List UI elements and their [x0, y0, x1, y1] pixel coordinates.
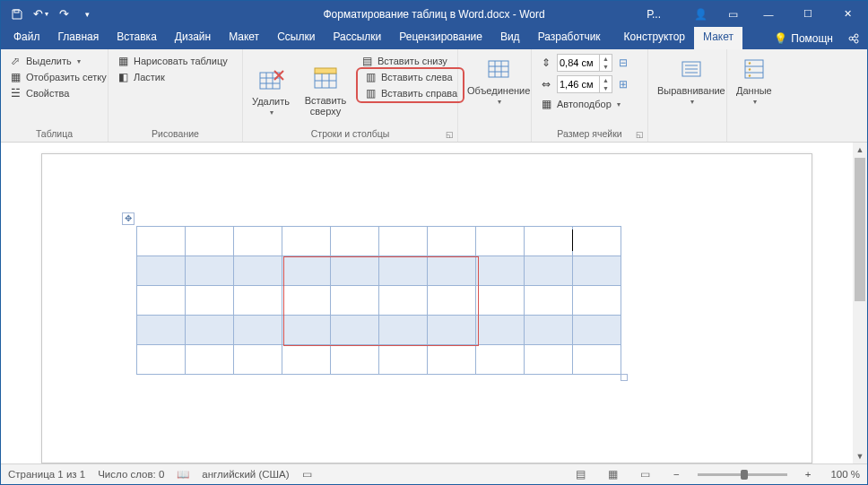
document-area[interactable]: ✥ — [1, 143, 853, 463]
eraser-icon: ◧ — [116, 70, 130, 84]
tell-me[interactable]: 💡Помощн — [767, 32, 840, 45]
tab-home[interactable]: Главная — [49, 27, 108, 49]
scroll-down-icon[interactable]: ▼ — [853, 449, 867, 463]
tell-me-label: Помощн — [791, 32, 833, 45]
zoom-slider[interactable] — [698, 473, 787, 476]
ribbon-display-icon[interactable]: ▭ — [716, 1, 749, 27]
data-button[interactable]: Данные▾ — [731, 53, 777, 108]
save-icon[interactable] — [6, 4, 28, 25]
tab-references[interactable]: Ссылки — [268, 27, 324, 49]
tutorial-highlight: ▥Вставить слева ▥Вставить справа — [356, 67, 464, 103]
page[interactable]: ✥ — [41, 153, 812, 463]
zoom-in-icon[interactable]: + — [805, 469, 812, 480]
draw-table-button[interactable]: ▦Нарисовать таблицу — [112, 53, 231, 69]
word-count[interactable]: Число слов: 0 — [98, 469, 164, 480]
svg-rect-6 — [315, 68, 336, 74]
dialog-launcher-icon[interactable]: ◱ — [636, 130, 644, 139]
view-gridlines-button[interactable]: ▦Отобразить сетку — [4, 69, 110, 85]
merge-button[interactable]: Объединение▾ — [462, 53, 535, 108]
cursor-icon: ⬀ — [8, 54, 22, 68]
svg-rect-9 — [745, 60, 763, 78]
share-button[interactable] — [840, 32, 867, 45]
lightbulb-icon: 💡 — [774, 32, 787, 45]
delete-button[interactable]: Удалить▾ — [247, 53, 295, 128]
undo-icon[interactable]: ↶▾ — [30, 4, 51, 25]
tab-design[interactable]: Дизайн — [166, 27, 220, 49]
titlebar: ↶▾ ↷ ▾ Форматирование таблиц в Word.docx… — [1, 1, 867, 27]
redo-icon[interactable]: ↷ — [53, 4, 74, 25]
svg-point-2 — [855, 34, 858, 38]
col-width-input[interactable]: ▲▼ — [557, 75, 612, 93]
contextual-tab-label: Р... — [647, 8, 661, 21]
properties-button[interactable]: ☱Свойства — [4, 85, 110, 101]
svg-rect-4 — [260, 73, 280, 89]
table-move-handle[interactable]: ✥ — [122, 212, 135, 225]
window-title: Форматирование таблиц в Word.docx - Word — [323, 8, 544, 21]
row-height: ⇕ ▲▼ ⊟ — [535, 53, 634, 73]
tab-table-layout[interactable]: Макет — [694, 27, 742, 49]
maximize-button[interactable]: ☐ — [788, 1, 828, 27]
tab-table-design[interactable]: Конструктор — [615, 27, 694, 49]
delete-table-icon — [256, 65, 285, 94]
scroll-thumb[interactable] — [855, 158, 865, 301]
distribute-rows-icon[interactable]: ⊟ — [616, 56, 630, 70]
insert-right-button[interactable]: ▥Вставить справа — [360, 85, 461, 101]
text-cursor — [572, 230, 573, 251]
eraser-button[interactable]: ◧Ластик — [112, 69, 231, 85]
alignment-button[interactable]: Выравнивание▾ — [652, 53, 731, 108]
autofit-icon: ▦ — [539, 97, 553, 111]
read-mode-icon[interactable]: ▤ — [571, 466, 591, 482]
qat-customize-icon[interactable]: ▾ — [76, 4, 98, 25]
tab-developer[interactable]: Разработчик — [529, 27, 610, 49]
tab-review[interactable]: Рецензирование — [390, 27, 491, 49]
insert-above-icon — [311, 65, 340, 93]
col-width: ⇔ ▲▼ ⊞ — [535, 74, 634, 94]
group-table-label: Таблица — [4, 128, 104, 140]
account-icon[interactable]: 👤 — [684, 1, 716, 27]
close-button[interactable]: ✕ — [828, 1, 867, 27]
svg-rect-0 — [14, 10, 19, 13]
tab-mailings[interactable]: Рассылки — [324, 27, 390, 49]
distribute-cols-icon[interactable]: ⊞ — [616, 77, 630, 91]
pencil-table-icon: ▦ — [116, 54, 130, 68]
row-height-input[interactable]: ▲▼ — [557, 54, 612, 72]
group-draw-label: Рисование — [112, 128, 239, 140]
minimize-button[interactable]: — — [749, 1, 788, 27]
select-button[interactable]: ⬀Выделить▾ — [4, 53, 110, 69]
merge-icon — [484, 55, 513, 83]
autofit-button[interactable]: ▦Автоподбор▾ — [535, 96, 634, 112]
insert-left-button[interactable]: ▥Вставить слева — [360, 69, 461, 85]
data-icon — [740, 55, 768, 83]
scroll-up-icon[interactable]: ▲ — [853, 143, 867, 157]
svg-rect-7 — [489, 61, 508, 77]
macro-icon[interactable]: ▭ — [302, 468, 312, 481]
tab-insert[interactable]: Вставка — [108, 27, 166, 49]
insert-left-icon: ▥ — [363, 70, 378, 84]
tab-view[interactable]: Вид — [491, 27, 529, 49]
table-resize-handle[interactable] — [621, 374, 628, 381]
document-table[interactable] — [136, 226, 621, 375]
svg-point-3 — [855, 39, 858, 43]
alignment-icon — [677, 55, 706, 83]
dialog-launcher-icon[interactable]: ◱ — [446, 130, 454, 139]
page-status[interactable]: Страница 1 из 1 — [8, 469, 85, 480]
ribbon-tabs: Файл Главная Вставка Дизайн Макет Ссылки… — [1, 27, 867, 49]
web-layout-icon[interactable]: ▭ — [636, 466, 655, 482]
insert-below-icon: ▤ — [360, 54, 374, 68]
group-rows-cols-label: Строки и столбцы◱ — [247, 128, 454, 140]
group-cell-size-label: Размер ячейки◱ — [535, 128, 644, 140]
zoom-level[interactable]: 100 % — [830, 469, 860, 480]
vertical-scrollbar[interactable]: ▲ ▼ — [853, 143, 867, 463]
tab-layout[interactable]: Макет — [220, 27, 268, 49]
properties-icon: ☱ — [8, 86, 22, 100]
zoom-out-icon[interactable]: − — [673, 469, 680, 480]
row-height-icon: ⇕ — [539, 56, 553, 70]
insert-above-button[interactable]: Вставить сверху — [297, 53, 354, 128]
insert-right-icon: ▥ — [363, 86, 378, 100]
ribbon: ⬀Выделить▾ ▦Отобразить сетку ☱Свойства Т… — [1, 49, 867, 143]
print-layout-icon[interactable]: ▦ — [603, 466, 623, 482]
tab-file[interactable]: Файл — [4, 27, 49, 49]
language-status[interactable]: английский (США) — [202, 469, 289, 480]
spellcheck-icon[interactable]: 📖 — [177, 468, 189, 481]
statusbar: Страница 1 из 1 Число слов: 0 📖 английск… — [1, 463, 867, 484]
